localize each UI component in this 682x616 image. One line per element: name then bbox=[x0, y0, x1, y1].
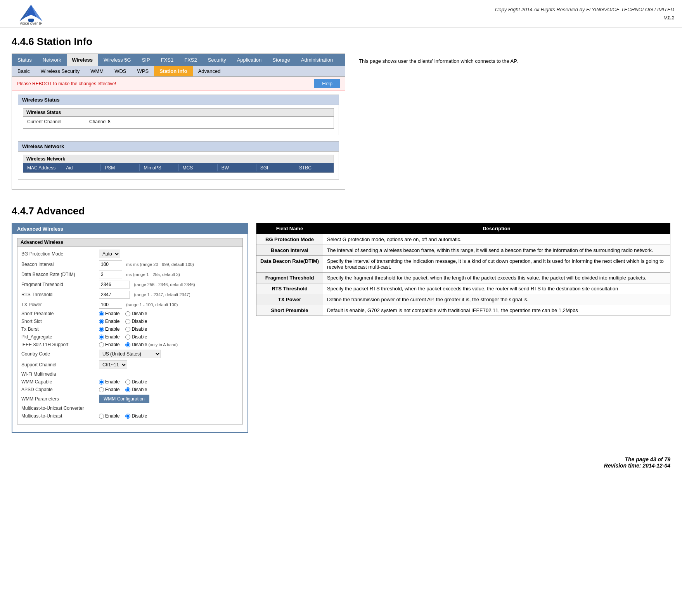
field-name-bg-protection: BG Protection Mode bbox=[256, 234, 323, 245]
page-footer: The page 43 of 79 Revision time: 2014-12… bbox=[0, 449, 682, 473]
nav-administration[interactable]: Administration bbox=[296, 54, 338, 66]
section-447-right: Field Name Description BG Protection Mod… bbox=[256, 223, 670, 433]
multicast-unicast-enable[interactable]: Enable bbox=[99, 413, 119, 419]
nav-fxs2[interactable]: FXS2 bbox=[179, 54, 203, 66]
nav-wireless5g[interactable]: Wireless 5G bbox=[98, 54, 137, 66]
wn-col-sgi: SGI bbox=[256, 164, 295, 171]
tx-burst-enable[interactable]: Enable bbox=[99, 326, 119, 332]
adv-label-tx-burst: Tx Burst bbox=[21, 326, 99, 332]
field-name-short-preamble: Short Preamble bbox=[256, 305, 323, 316]
table-row: Short Preamble Default is enable, G702 s… bbox=[256, 305, 670, 316]
tx-burst-disable[interactable]: Disable bbox=[125, 326, 147, 332]
adv-control-wmm-capable: Enable Disable bbox=[99, 379, 147, 385]
adv-label-ieee80211h: IEEE 802.11H Support bbox=[21, 342, 99, 347]
ieee80211h-enable[interactable]: Enable bbox=[99, 342, 119, 347]
section-446-heading: 4.4.6 Station Info bbox=[12, 36, 670, 48]
nav-application[interactable]: Application bbox=[232, 54, 267, 66]
short-preamble-enable[interactable]: Enable bbox=[99, 311, 119, 316]
help-button[interactable]: Help bbox=[314, 79, 340, 88]
beacon-interval-input[interactable] bbox=[99, 261, 122, 268]
subnav-wmm[interactable]: WMM bbox=[85, 66, 109, 76]
dtim-input[interactable] bbox=[99, 271, 122, 278]
subnav-advanced[interactable]: Advanced bbox=[193, 66, 226, 76]
wn-col-aid: Aid bbox=[62, 164, 101, 171]
header-title: Copy Right 2014 All Rights Reserved by F… bbox=[54, 4, 674, 22]
adv-row-dtim: Data Beacon Rate (DTIM) ms (range 1 - 25… bbox=[21, 271, 239, 278]
nav-fxs1[interactable]: FXS1 bbox=[156, 54, 179, 66]
adv-label-tx-power: TX Power bbox=[21, 302, 99, 307]
adv-label-dtim: Data Beacon Rate (DTIM) bbox=[21, 272, 99, 277]
svg-rect-3 bbox=[28, 19, 34, 22]
subnav-wds[interactable]: WDS bbox=[109, 66, 132, 76]
wireless-network-box: Wireless Network Wireless Network MAC Ad… bbox=[18, 141, 339, 179]
adv-control-bg-protection: AutoOnOff bbox=[99, 250, 120, 258]
adv-row-bg-protection: BG Protection Mode AutoOnOff bbox=[21, 250, 239, 258]
adv-row-short-preamble: Short Preamble Enable Disable bbox=[21, 311, 239, 316]
country-code-select[interactable]: US (United States) bbox=[99, 350, 161, 358]
support-channel-select[interactable]: Ch1~11 bbox=[99, 361, 127, 369]
adv-control-multicast-unicast: Enable Disable bbox=[99, 413, 147, 419]
subnav-wps[interactable]: WPS bbox=[132, 66, 154, 76]
wireless-status-header: Wireless Status bbox=[18, 95, 339, 105]
wireless-status-body: Wireless Status Current Channel Channel … bbox=[18, 105, 339, 135]
tx-power-hint: (range 1 - 100, default 100) bbox=[126, 302, 178, 307]
wireless-network-body: Wireless Network MAC Address Aid PSM Mim… bbox=[18, 152, 339, 179]
adv-label-apsd-capable: APSD Capable bbox=[21, 387, 99, 392]
adv-label-rts: RTS Threshold bbox=[21, 292, 99, 297]
subnav-station-info[interactable]: Station Info bbox=[154, 66, 193, 76]
page-header: Voice over IP Copy Right 2014 All Rights… bbox=[0, 0, 682, 28]
adv-label-wifi-multimedia: Wi-Fi Multimedia bbox=[21, 371, 99, 377]
fragment-input[interactable] bbox=[99, 281, 130, 288]
adv-row-country-code: Country Code US (United States) bbox=[21, 350, 239, 358]
apsd-capable-disable[interactable]: Disable bbox=[125, 387, 147, 392]
adv-control-fragment: (range 256 - 2346, default 2346) bbox=[99, 281, 195, 288]
sub-nav-bar-446[interactable]: Basic Wireless Security WMM WDS WPS Stat… bbox=[12, 66, 345, 77]
field-desc-tx-power: Define the transmission power of the cur… bbox=[323, 294, 670, 305]
nav-wireless[interactable]: Wireless bbox=[67, 54, 98, 66]
short-slot-enable[interactable]: Enable bbox=[99, 319, 119, 324]
nav-security[interactable]: Security bbox=[203, 54, 232, 66]
dtim-hint: ms (range 1 - 255, default 3) bbox=[126, 272, 180, 277]
table-row: Fragment Threshold Specify the fragment … bbox=[256, 273, 670, 283]
section-446-desc: This page shows user the clients' inform… bbox=[359, 57, 665, 66]
advanced-panel-header: Advanced Wireless bbox=[12, 224, 248, 234]
field-desc-fragment: Specify the fragment threshold for the p… bbox=[323, 273, 670, 283]
nav-storage[interactable]: Storage bbox=[267, 54, 296, 66]
rts-input[interactable] bbox=[99, 291, 130, 299]
table-row: BG Protection Mode Select G protection m… bbox=[256, 234, 670, 245]
section-447-left: Advanced Wireless Advanced Wireless BG P… bbox=[12, 223, 248, 433]
nav-network[interactable]: Network bbox=[37, 54, 67, 66]
section-446-right: This page shows user the clients' inform… bbox=[353, 53, 670, 190]
nav-bar-446[interactable]: Status Network Wireless Wireless 5G SIP … bbox=[12, 54, 345, 66]
pkt-aggregate-enable[interactable]: Enable bbox=[99, 334, 119, 340]
field-name-rts: RTS Threshold bbox=[256, 283, 323, 294]
alert-text: Please REBOOT to make the changes effect… bbox=[17, 81, 116, 86]
apsd-capable-enable[interactable]: Enable bbox=[99, 387, 119, 392]
adv-label-short-slot: Short Slot bbox=[21, 319, 99, 324]
adv-label-multicast-unicast: Multicast-to-Unicast bbox=[21, 413, 99, 419]
short-preamble-disable[interactable]: Disable bbox=[125, 311, 147, 316]
current-channel-row: Current Channel Channel 8 bbox=[27, 119, 330, 124]
nav-sip[interactable]: SIP bbox=[137, 54, 156, 66]
subnav-basic[interactable]: Basic bbox=[12, 66, 35, 76]
pkt-aggregate-disable[interactable]: Disable bbox=[125, 334, 147, 340]
section-447: 4.4.7 Advanced Advanced Wireless Advance… bbox=[12, 205, 670, 433]
wireless-network-inner-header: Wireless Network bbox=[23, 155, 334, 163]
section-446: 4.4.6 Station Info Status Network Wirele… bbox=[12, 36, 670, 190]
wireless-status-box: Wireless Status Wireless Status Current … bbox=[18, 95, 339, 135]
tx-power-input[interactable] bbox=[99, 301, 122, 309]
adv-row-tx-power: TX Power (range 1 - 100, default 100) bbox=[21, 301, 239, 309]
bg-protection-select[interactable]: AutoOnOff bbox=[99, 250, 120, 258]
multicast-unicast-disable[interactable]: Disable bbox=[125, 413, 147, 419]
subnav-wireless-security[interactable]: Wireless Security bbox=[35, 66, 85, 76]
adv-label-multicast-converter: Multicast-to-Unicast Converter bbox=[21, 405, 99, 411]
field-desc-dtim: Specify the interval of transmitting the… bbox=[323, 256, 670, 273]
adv-label-short-preamble: Short Preamble bbox=[21, 311, 99, 316]
wmm-configuration-button[interactable]: WMM Configuration bbox=[99, 395, 149, 403]
nav-status[interactable]: Status bbox=[12, 54, 37, 66]
short-slot-disable[interactable]: Disable bbox=[125, 319, 147, 324]
adv-row-ieee80211h: IEEE 802.11H Support Enable Disable (onl… bbox=[21, 342, 239, 347]
wmm-capable-enable[interactable]: Enable bbox=[99, 379, 119, 385]
wmm-capable-disable[interactable]: Disable bbox=[125, 379, 147, 385]
ieee80211h-disable[interactable]: Disable (only in A band) bbox=[125, 342, 178, 347]
